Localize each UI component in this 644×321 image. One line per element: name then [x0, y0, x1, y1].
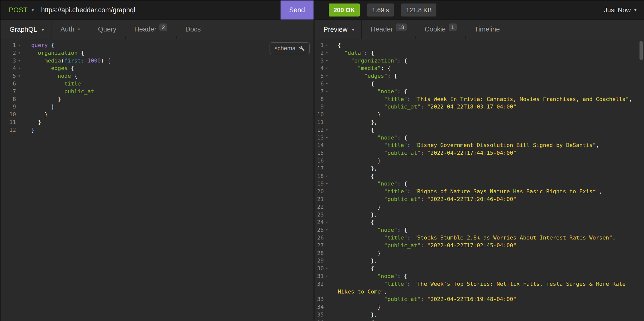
- scrollbar-thumb[interactable]: [640, 41, 643, 60]
- line-number: 27: [314, 242, 324, 249]
- code-line: 1▾query {: [0, 42, 314, 49]
- body-type-dropdown[interactable]: GraphQL ▾: [0, 20, 52, 39]
- line-number: 9: [0, 103, 16, 111]
- tab-response-header[interactable]: Header 18: [362, 20, 416, 39]
- code-line: 5▾ "edges": [: [314, 72, 644, 80]
- history-label: Just Now: [604, 6, 631, 14]
- code-line: 8 "title": "This Week In Trivia: Cannabi…: [314, 96, 644, 103]
- code-text: {: [330, 218, 644, 226]
- schema-button[interactable]: schema: [270, 42, 310, 54]
- code-text: {: [330, 172, 644, 180]
- code-line: 33 "public_at": "2022-04-22T16:19:48-04:…: [314, 295, 644, 303]
- code-line: 26 "title": "Stocks Stumble 2.8% as Worr…: [314, 234, 644, 242]
- code-line: 13▾ "node": {: [314, 134, 644, 142]
- cookie-count-badge: 1: [449, 24, 457, 31]
- code-line: 11 },: [314, 119, 644, 126]
- fold-arrow-icon[interactable]: ▾: [324, 172, 330, 180]
- code-line: 28 }: [314, 249, 644, 257]
- response-view-dropdown[interactable]: Preview ▾: [314, 20, 362, 39]
- code-line: 7▾ "node": {: [314, 88, 644, 96]
- query-code: 1▾query {2▾ organization {3▾ media(first…: [0, 42, 314, 134]
- body-type-label: GraphQL: [10, 26, 37, 34]
- response-meta-bar: 200 OK 1.69 s 121.8 KB Just Now ▾: [314, 1, 644, 20]
- code-line: 25▾ "node": {: [314, 226, 644, 234]
- code-line: 2▾ organization {: [0, 49, 314, 57]
- response-body-viewer[interactable]: 1▾{2▾ "data": {3▾ "organization": {4▾ "m…: [314, 39, 644, 320]
- code-text: "title": "This Week In Trivia: Cannabis,…: [330, 96, 644, 103]
- method-dropdown[interactable]: POST ▾: [9, 6, 34, 14]
- code-text: "public_at": "2022-04-22T18:03:17-04:00": [330, 103, 644, 111]
- url-bar: POST ▾ Send: [0, 1, 314, 20]
- fold-arrow-icon[interactable]: ▾: [16, 49, 22, 57]
- url-input[interactable]: [41, 1, 280, 20]
- fold-arrow-icon[interactable]: ▾: [324, 134, 330, 142]
- fold-arrow-icon[interactable]: ▾: [324, 65, 330, 72]
- code-text: "title": "Disney Government Dissolution …: [330, 142, 644, 149]
- chevron-down-icon: ▾: [352, 27, 354, 33]
- line-number: 8: [0, 96, 16, 103]
- code-text: "media": {: [330, 65, 644, 72]
- line-number: 32: [314, 280, 324, 288]
- fold-arrow-icon[interactable]: ▾: [324, 72, 330, 80]
- code-line: 6▾ {: [314, 80, 644, 88]
- tab-query[interactable]: Query: [89, 20, 126, 39]
- tab-docs[interactable]: Docs: [176, 20, 210, 39]
- line-number: 2: [314, 49, 324, 57]
- fold-arrow-icon[interactable]: ▾: [324, 180, 330, 188]
- code-text: }: [330, 111, 644, 119]
- line-number: 6: [314, 80, 324, 88]
- request-tabs: Auth ▾ Query Header 2 Docs: [52, 20, 314, 39]
- fold-arrow-icon[interactable]: ▾: [324, 319, 330, 320]
- wrench-icon: [299, 46, 305, 51]
- fold-arrow-icon[interactable]: ▾: [324, 88, 330, 96]
- tab-timeline[interactable]: Timeline: [466, 20, 509, 39]
- code-text: }: [22, 96, 314, 103]
- line-number: 1: [0, 42, 16, 49]
- line-number: 24: [314, 218, 324, 226]
- line-number: 15: [314, 149, 324, 157]
- send-button[interactable]: Send: [280, 1, 314, 20]
- code-text: }: [330, 157, 644, 165]
- code-text: "node": {: [330, 88, 644, 96]
- fold-arrow-icon[interactable]: ▾: [16, 57, 22, 65]
- code-line: 20 "title": "Rights of Nature Says Natur…: [314, 188, 644, 195]
- code-line: 32 "title": "The Week's Top Stories: Net…: [314, 280, 644, 296]
- response-tabbar: Preview ▾ Header 18 Cookie 1 Timeline: [314, 20, 644, 39]
- fold-arrow-icon[interactable]: ▾: [324, 80, 330, 88]
- history-dropdown[interactable]: Just Now ▾: [604, 6, 636, 14]
- fold-arrow-icon[interactable]: ▾: [324, 126, 330, 134]
- tab-header[interactable]: Header 2: [126, 20, 176, 39]
- fold-arrow-icon[interactable]: ▾: [324, 42, 330, 49]
- graphql-query-editor[interactable]: 1▾query {2▾ organization {3▾ media(first…: [0, 39, 314, 320]
- code-line: 10 }: [314, 111, 644, 119]
- code-text: {: [330, 319, 644, 320]
- fold-arrow-icon[interactable]: ▾: [324, 265, 330, 272]
- fold-arrow-icon[interactable]: ▾: [16, 65, 22, 72]
- code-text: "public_at": "2022-04-22T17:02:45-04:00": [330, 242, 644, 249]
- code-text: media(first: 1000) {: [22, 57, 314, 65]
- tab-auth[interactable]: Auth ▾: [52, 20, 89, 39]
- fold-arrow-icon[interactable]: ▾: [16, 72, 22, 80]
- code-text: "organization": {: [330, 57, 644, 65]
- line-number: 3: [314, 57, 324, 65]
- fold-arrow-icon[interactable]: ▾: [324, 57, 330, 65]
- code-text: "title": "Rights of Nature Says Nature H…: [330, 188, 644, 195]
- fold-arrow-icon[interactable]: ▾: [324, 272, 330, 280]
- code-text: "title": "The Week's Top Stories: Netfli…: [330, 280, 644, 296]
- code-line: 21 "public_at": "2022-04-22T17:20:46-04:…: [314, 195, 644, 203]
- code-text: }: [22, 103, 314, 111]
- chevron-down-icon: ▾: [78, 27, 80, 32]
- chevron-down-icon: ▾: [42, 27, 44, 33]
- fold-arrow-icon[interactable]: ▾: [324, 49, 330, 57]
- line-number: 30: [314, 265, 324, 272]
- fold-arrow-icon[interactable]: ▾: [16, 42, 22, 49]
- line-number: 28: [314, 249, 324, 257]
- fold-arrow-icon[interactable]: ▾: [324, 226, 330, 234]
- code-text: },: [330, 211, 644, 219]
- size-badge: 121.8 KB: [401, 4, 436, 17]
- request-tabbar: GraphQL ▾ Auth ▾ Query Header 2: [0, 20, 314, 39]
- tab-cookie[interactable]: Cookie 1: [416, 20, 466, 39]
- code-text: title: [22, 80, 314, 88]
- code-line: 8 }: [0, 96, 314, 103]
- fold-arrow-icon[interactable]: ▾: [324, 218, 330, 226]
